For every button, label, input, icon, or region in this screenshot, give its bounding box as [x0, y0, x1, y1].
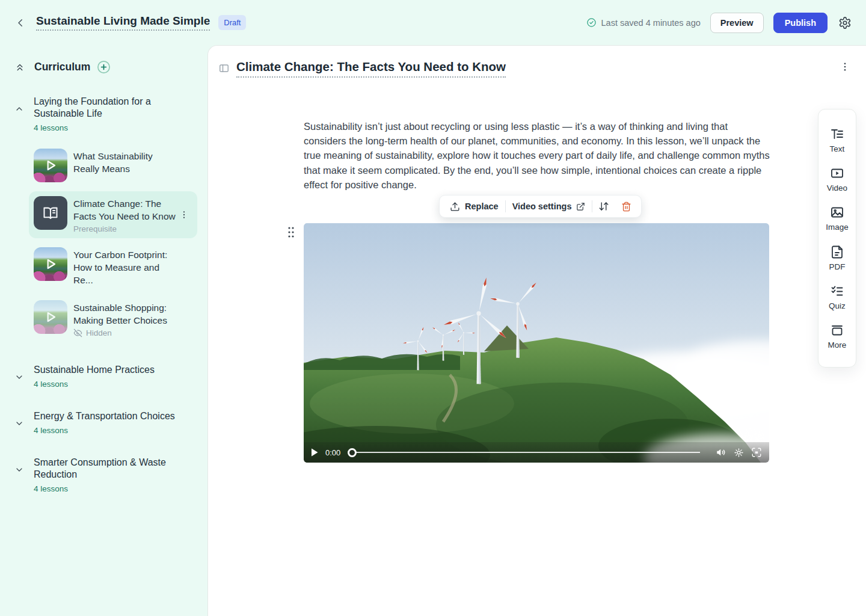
back-button[interactable] [12, 14, 29, 31]
play-icon [34, 149, 67, 182]
section-header[interactable]: Energy & Transportation Choices 4 lesson… [0, 410, 207, 435]
lesson-title: Sustainable Shopping: Making Better Choi… [73, 303, 167, 325]
drag-handle[interactable] [287, 226, 295, 239]
curriculum-header: Curriculum [0, 45, 207, 74]
chevron-left-icon [15, 17, 26, 28]
section-title: Sustainable Home Practices [34, 365, 155, 375]
topbar: Sustainable Living Made Simple Draft Las… [0, 0, 866, 45]
delete-block-button[interactable] [615, 196, 637, 217]
lesson-paragraph[interactable]: Sustainability isn’t just about recyclin… [304, 119, 772, 192]
check-circle-icon [586, 17, 597, 28]
video-controls: 0:00 [304, 442, 769, 463]
text-block-icon [830, 127, 844, 141]
curriculum-title: Curriculum [34, 61, 90, 73]
pdf-block-icon [830, 245, 844, 259]
video-block-toolbar: Replace Video settings [439, 195, 642, 218]
video-frame-wind-turbines [304, 223, 769, 463]
settings-button[interactable] [838, 16, 852, 29]
preview-button[interactable]: Preview [710, 13, 764, 33]
play-button[interactable] [311, 448, 318, 457]
curriculum-section: Sustainable Home Practices 4 lessons [0, 364, 207, 389]
seek-track [356, 452, 700, 453]
video-thumbnail [34, 247, 67, 281]
status-badge: Draft [218, 15, 246, 30]
add-quiz-block[interactable]: Quiz [829, 284, 846, 310]
image-block-icon [830, 205, 844, 220]
lesson-editor-panel: Climate Change: The Facts You Need to Kn… [207, 45, 866, 616]
lesson-hidden-note: Hidden [73, 328, 177, 337]
lesson-item-selected[interactable]: Climate Change: The Facts You Need to Kn… [29, 191, 197, 238]
upload-icon [450, 202, 460, 212]
section-title: Laying the Foundation for a Sustainable … [34, 96, 151, 119]
quality-settings-icon[interactable] [734, 448, 744, 458]
chevron-up-icon[interactable] [14, 104, 25, 132]
play-icon [34, 300, 67, 334]
video-thumbnail [34, 149, 67, 182]
lesson-item-hidden[interactable]: Sustainable Shopping: Making Better Choi… [29, 295, 197, 342]
more-blocks[interactable]: More [828, 323, 847, 350]
chevron-down-icon[interactable] [14, 419, 25, 435]
text-lesson-tile [34, 196, 67, 230]
add-text-block[interactable]: Text [830, 127, 845, 153]
section-lesson-count: 4 lessons [34, 484, 182, 493]
last-saved-indicator: Last saved 4 minutes ago [586, 17, 701, 28]
lesson-note: Prerequisite [73, 224, 177, 233]
video-player[interactable]: 0:00 [304, 223, 769, 463]
eye-off-icon [73, 328, 82, 337]
play-icon [34, 247, 67, 281]
lesson-title: Your Carbon Footprint: How to Measure an… [73, 250, 167, 285]
lesson-list: What Sustainability Really Means Climate… [0, 144, 207, 342]
gear-icon [838, 16, 852, 29]
lesson-heading[interactable]: Climate Change: The Facts You Need to Kn… [236, 60, 506, 78]
video-block-icon [830, 166, 844, 180]
add-video-block[interactable]: Video [827, 166, 847, 192]
section-header[interactable]: Laying the Foundation for a Sustainable … [0, 96, 207, 132]
last-saved-text: Last saved 4 minutes ago [601, 18, 701, 28]
volume-button[interactable] [716, 447, 726, 458]
lesson-kebab-menu[interactable] [177, 208, 191, 222]
seek-knob[interactable] [348, 448, 357, 457]
add-image-block[interactable]: Image [826, 205, 849, 232]
section-lesson-count: 4 lessons [34, 123, 182, 132]
video-settings-button[interactable]: Video settings [506, 196, 592, 217]
chevron-down-icon[interactable] [14, 372, 25, 389]
video-thumbnail [34, 300, 67, 334]
add-pdf-block[interactable]: PDF [829, 245, 846, 271]
trash-icon [621, 202, 631, 212]
publish-button[interactable]: Publish [773, 13, 828, 33]
more-blocks-icon [830, 323, 844, 337]
book-open-icon [42, 205, 59, 221]
section-title: Energy & Transportation Choices [34, 411, 175, 421]
collapse-all-icon[interactable] [14, 62, 25, 73]
replace-button[interactable]: Replace [443, 196, 505, 217]
section-header[interactable]: Sustainable Home Practices 4 lessons [0, 364, 207, 389]
curriculum-section: Energy & Transportation Choices 4 lesson… [0, 410, 207, 435]
section-lesson-count: 4 lessons [34, 380, 182, 389]
fullscreen-icon[interactable] [751, 447, 762, 458]
section-header[interactable]: Smarter Consumption & Waste Reduction 4 … [0, 457, 207, 493]
chevron-down-icon[interactable] [14, 465, 25, 493]
time-display: 0:00 [325, 448, 340, 457]
lesson-title: Climate Change: The Facts You Need to Kn… [73, 199, 176, 221]
lesson-item[interactable]: What Sustainability Really Means [29, 144, 197, 187]
curriculum-section: Laying the Foundation for a Sustainable … [0, 96, 207, 342]
curriculum-sidebar: Curriculum Laying the Foundation for a S… [0, 45, 207, 616]
move-block-button[interactable] [592, 196, 615, 217]
block-palette: Text Video Image PDF Quiz More [818, 109, 856, 368]
external-link-icon [576, 202, 585, 211]
lesson-kebab-menu[interactable] [840, 61, 850, 72]
section-title: Smarter Consumption & Waste Reduction [34, 457, 166, 479]
panel-toggle-icon[interactable] [218, 63, 230, 74]
quiz-block-icon [830, 284, 844, 298]
lesson-title: What Sustainability Really Means [73, 151, 153, 174]
course-title[interactable]: Sustainable Living Made Simple [36, 14, 210, 31]
section-lesson-count: 4 lessons [34, 426, 182, 435]
add-section-button[interactable] [97, 60, 111, 74]
sort-arrows-icon [598, 201, 609, 212]
seek-bar[interactable] [348, 448, 700, 457]
curriculum-section: Smarter Consumption & Waste Reduction 4 … [0, 457, 207, 493]
lesson-item[interactable]: Your Carbon Footprint: How to Measure an… [29, 242, 197, 291]
